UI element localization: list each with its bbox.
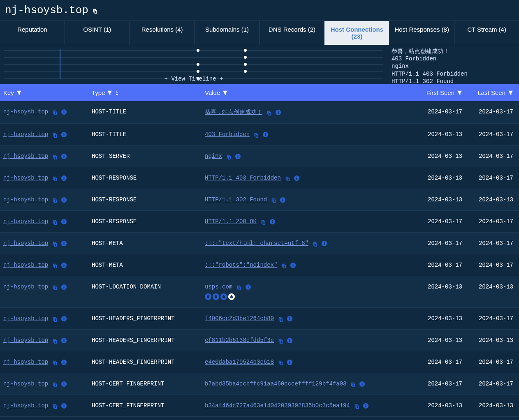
copy-icon[interactable] — [51, 262, 58, 268]
info-icon[interactable] — [61, 219, 67, 225]
copy-icon[interactable] — [51, 175, 58, 181]
info-icon[interactable] — [245, 284, 251, 290]
info-icon[interactable] — [363, 403, 369, 409]
copy-icon[interactable] — [51, 359, 58, 365]
copy-icon[interactable] — [350, 381, 356, 387]
value-link[interactable]: f4006cc2d3be1264cb89 — [205, 315, 274, 322]
info-icon[interactable] — [61, 262, 67, 268]
value-link[interactable]: e4e0daba170524b3c618 — [205, 359, 274, 365]
value-link[interactable]: b7abd35ba4ccbffc91aa460ccceffff129bf4fa0… — [205, 381, 346, 387]
key-link[interactable]: nj-hsoysb.top — [3, 218, 48, 225]
tab-0[interactable]: Reputation — [0, 21, 65, 45]
copy-icon[interactable] — [51, 284, 58, 290]
column-key[interactable]: Key — [3, 89, 14, 96]
info-icon[interactable] — [61, 240, 67, 247]
info-icon[interactable] — [235, 153, 241, 159]
info-icon[interactable] — [61, 359, 67, 365]
info-icon[interactable] — [294, 175, 300, 181]
copy-icon[interactable] — [260, 219, 266, 225]
tab-4[interactable]: DNS Records (2) — [260, 21, 325, 45]
filter-icon[interactable] — [222, 90, 228, 95]
value-link[interactable]: HTTP/1.1 200 OK — [205, 218, 257, 225]
copy-icon[interactable] — [266, 109, 272, 115]
info-icon[interactable] — [61, 175, 67, 181]
info-icon[interactable] — [290, 262, 296, 268]
info-icon[interactable] — [61, 316, 67, 322]
tab-7[interactable]: CT Stream (4) — [454, 21, 519, 45]
copy-icon[interactable] — [277, 337, 283, 344]
info-icon[interactable] — [275, 109, 281, 115]
key-link[interactable]: nj-hsoysb.top — [3, 337, 48, 344]
view-timeline-button[interactable]: + View Timeline + — [165, 76, 223, 82]
info-icon[interactable] — [280, 197, 286, 203]
copy-icon[interactable] — [51, 132, 58, 138]
tab-6[interactable]: Host Responses (8) — [389, 21, 454, 45]
value-link[interactable]: :::"robots":"noindex" — [205, 262, 277, 268]
filter-icon[interactable] — [107, 90, 112, 95]
tab-5[interactable]: Host Connections (23) — [324, 21, 389, 45]
copy-icon[interactable] — [277, 359, 283, 365]
copy-icon[interactable] — [51, 316, 58, 322]
key-link[interactable]: nj-hsoysb.top — [3, 108, 48, 115]
key-link[interactable]: nj-hsoysb.top — [3, 131, 48, 138]
value-link[interactable]: usps.com — [205, 284, 232, 290]
value-link[interactable]: b34af464c727a463e14042039392835b0c3c5ea1… — [205, 402, 350, 409]
key-link[interactable]: nj-hsoysb.top — [3, 196, 48, 203]
key-link[interactable]: nj-hsoysb.top — [3, 284, 48, 290]
key-link[interactable]: nj-hsoysb.top — [3, 359, 48, 365]
copy-icon[interactable] — [253, 132, 259, 138]
copy-icon[interactable] — [92, 7, 98, 14]
copy-icon[interactable] — [51, 381, 58, 387]
column-value[interactable]: Value — [205, 89, 220, 96]
copy-icon[interactable] — [353, 403, 359, 409]
value-link[interactable]: ef811b2b6138cfdd5f3c — [205, 337, 274, 344]
key-link[interactable]: nj-hsoysb.top — [3, 153, 48, 159]
copy-icon[interactable] — [51, 403, 58, 409]
tab-2[interactable]: Resolutions (4) — [130, 21, 195, 45]
value-link[interactable]: 恭喜，站点创建成功！ — [205, 108, 262, 116]
column-type[interactable]: Type — [92, 89, 105, 96]
copy-icon[interactable] — [236, 284, 242, 290]
column-last-seen[interactable]: Last Seen — [477, 89, 505, 96]
value-link[interactable]: nginx — [205, 153, 222, 159]
info-icon[interactable] — [262, 132, 269, 138]
value-link[interactable]: 403 Forbidden — [205, 131, 250, 138]
copy-icon[interactable] — [284, 175, 290, 181]
key-link[interactable]: nj-hsoysb.top — [3, 175, 48, 181]
value-link[interactable]: HTTP/1.1 302 Found — [205, 196, 267, 203]
copy-icon[interactable] — [312, 240, 318, 247]
column-first-seen[interactable]: First Seen — [426, 89, 454, 96]
info-icon[interactable] — [287, 316, 293, 322]
info-icon[interactable] — [287, 359, 293, 365]
copy-icon[interactable] — [51, 197, 58, 203]
copy-icon[interactable] — [51, 337, 58, 344]
copy-icon[interactable] — [51, 240, 58, 247]
copy-icon[interactable] — [51, 153, 58, 159]
copy-icon[interactable] — [51, 109, 58, 115]
info-icon[interactable] — [359, 381, 365, 387]
copy-icon[interactable] — [277, 316, 283, 322]
info-icon[interactable] — [61, 337, 67, 344]
copy-icon[interactable] — [280, 262, 287, 268]
filter-icon[interactable] — [16, 90, 22, 95]
key-link[interactable]: nj-hsoysb.top — [3, 315, 48, 322]
key-link[interactable]: nj-hsoysb.top — [3, 262, 48, 268]
info-icon[interactable] — [61, 132, 67, 138]
key-link[interactable]: nj-hsoysb.top — [3, 402, 48, 409]
value-link[interactable]: HTTP/1.1 403 Forbidden — [205, 175, 281, 181]
filter-icon[interactable] — [508, 90, 513, 95]
info-icon[interactable] — [269, 219, 276, 225]
info-icon[interactable] — [61, 109, 67, 115]
copy-icon[interactable] — [51, 219, 58, 225]
info-icon[interactable] — [321, 240, 327, 247]
sort-icon[interactable] — [114, 90, 120, 96]
info-icon[interactable] — [61, 284, 67, 290]
tab-3[interactable]: Subdomains (1) — [195, 21, 260, 45]
key-link[interactable]: nj-hsoysb.top — [3, 381, 48, 387]
info-icon[interactable] — [61, 403, 67, 409]
tab-1[interactable]: OSINT (1) — [65, 21, 130, 45]
info-icon[interactable] — [61, 197, 67, 203]
copy-icon[interactable] — [225, 153, 232, 159]
copy-icon[interactable] — [270, 197, 276, 203]
info-icon[interactable] — [287, 337, 293, 344]
